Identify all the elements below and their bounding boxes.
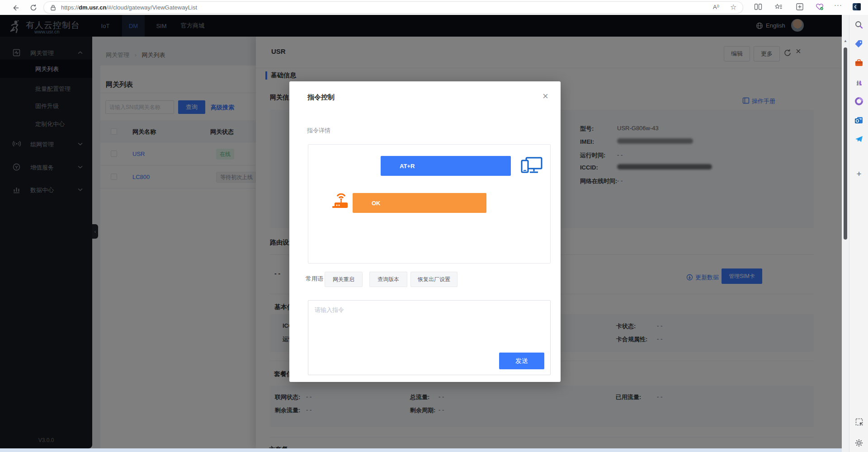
browser-refresh-icon[interactable] — [28, 2, 39, 13]
command-history-box: AT+R OK — [308, 144, 551, 264]
reply-bubble: OK — [353, 193, 486, 213]
sent-command-bubble: AT+R — [381, 156, 511, 176]
browser-essentials-icon[interactable] — [815, 3, 824, 11]
quick-reboot-button[interactable]: 网关重启 — [325, 272, 363, 287]
scroll-up-arrow[interactable]: ▲ — [844, 39, 847, 43]
edge-tools-icon[interactable] — [854, 57, 864, 68]
edge-m365-icon[interactable] — [854, 96, 864, 107]
quick-factory-reset-button[interactable]: 恢复出厂设置 — [410, 272, 458, 287]
edge-games-icon[interactable] — [854, 77, 864, 88]
edge-search-icon[interactable] — [854, 19, 864, 30]
edge-screenshot-icon[interactable] — [854, 416, 864, 427]
url-text: https://dm.usr.cn/#/cloud/gateway/ViewGa… — [61, 4, 197, 11]
quick-version-button[interactable]: 查询版本 — [369, 272, 407, 287]
horizontal-scrollbar[interactable] — [0, 448, 842, 452]
read-aloud-icon[interactable]: A)) — [713, 4, 719, 10]
scrollbar-thumb[interactable] — [844, 47, 847, 240]
send-button[interactable]: 发送 — [499, 353, 544, 369]
command-control-modal: 指令控制 × 指令详情 AT+R OK 常用语 网关重启 查询版本 恢复出厂设置… — [289, 81, 561, 382]
edge-shopping-icon[interactable] — [854, 38, 864, 49]
sidebar-toggle-icon[interactable] — [852, 2, 861, 11]
lock-icon — [50, 5, 56, 11]
browser-menu-icon[interactable]: ··· — [834, 1, 842, 9]
browser-back-icon[interactable] — [10, 2, 21, 13]
address-bar[interactable]: https://dm.usr.cn/#/cloud/gateway/ViewGa… — [43, 1, 743, 14]
close-modal-icon[interactable]: × — [542, 90, 548, 102]
add-collection-icon[interactable] — [796, 3, 804, 11]
edge-add-icon[interactable]: + — [854, 169, 864, 179]
edge-settings-gear-icon[interactable] — [854, 438, 864, 448]
page-scrollbar[interactable]: ▲ — [842, 15, 849, 452]
edge-sidebar: + — [849, 15, 868, 452]
router-icon — [332, 190, 350, 210]
quick-commands-label: 常用语 — [306, 275, 323, 283]
split-screen-icon[interactable] — [754, 3, 762, 11]
edge-telegram-icon[interactable] — [854, 134, 864, 145]
browser-chrome: https://dm.usr.cn/#/cloud/gateway/ViewGa… — [0, 0, 868, 15]
edge-outlook-icon[interactable] — [854, 115, 864, 126]
favorite-star-icon[interactable]: ☆ — [730, 3, 736, 11]
modal-title: 指令控制 — [307, 93, 335, 102]
collections-icon[interactable] — [774, 3, 783, 11]
client-devices-icon — [521, 157, 542, 175]
command-detail-label: 指令详情 — [307, 127, 330, 135]
